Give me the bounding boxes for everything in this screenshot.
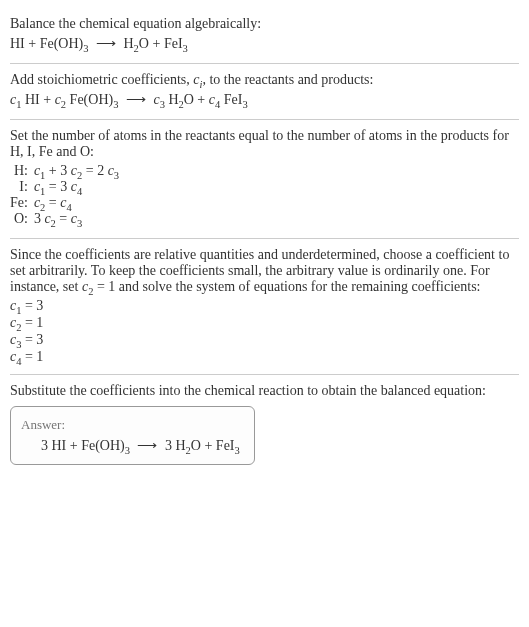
coeff-c3: c3 = 3 (10, 332, 519, 348)
coeff-c1: c1 = 3 (10, 298, 519, 314)
atom-balance-text: Set the number of atoms in the reactants… (10, 128, 519, 160)
answer-title: Answer: (21, 417, 240, 433)
arrow-icon: ⟶ (137, 438, 157, 453)
section-prompt: Balance the chemical equation algebraica… (10, 8, 519, 64)
substitute-text: Substitute the coefficients into the che… (10, 383, 519, 399)
section-atom-balance: Set the number of atoms in the reactants… (10, 120, 519, 239)
coeff-equation: c1 HI + c2 Fe(OH)3 ⟶ c3 H2O + c4 FeI3 (10, 91, 519, 108)
coeff-c2: c2 = 1 (10, 315, 519, 331)
arrow-icon: ⟶ (126, 92, 146, 107)
coefficient-results: c1 = 3 c2 = 1 c3 = 3 c4 = 1 (10, 298, 519, 365)
section-stoich: Add stoichiometric coefficients, ci, to … (10, 64, 519, 120)
eq-row-fe: Fe: c2 = c4 (10, 195, 119, 211)
product-2-sub: 3 (183, 43, 188, 54)
answer-box: Answer: 3 HI + Fe(OH)3 ⟶ 3 H2O + FeI3 (10, 406, 255, 465)
coeff-c4: c4 = 1 (10, 349, 519, 365)
section-solve: Since the coefficients are relative quan… (10, 239, 519, 375)
section-answer: Substitute the coefficients into the che… (10, 375, 519, 473)
product-2-pre: FeI (164, 36, 183, 51)
reactant-1: HI (10, 36, 25, 51)
product-1-pre: H (123, 36, 133, 51)
balanced-equation: 3 HI + Fe(OH)3 ⟶ 3 H2O + FeI3 (21, 437, 240, 454)
eq-row-o: O: 3 c2 = c3 (10, 211, 119, 227)
product-1-post: O (139, 36, 149, 51)
reactant-2-sub: 3 (83, 43, 88, 54)
eq-row-h: H: c1 + 3 c2 = 2 c3 (10, 163, 119, 179)
arrow-icon: ⟶ (96, 36, 116, 51)
solve-text: Since the coefficients are relative quan… (10, 247, 519, 295)
prompt-text: Balance the chemical equation algebraica… (10, 16, 519, 32)
atom-equations: H: c1 + 3 c2 = 2 c3 I: c1 = 3 c4 Fe: c2 … (10, 163, 119, 227)
stoich-text: Add stoichiometric coefficients, ci, to … (10, 72, 519, 88)
eq-row-i: I: c1 = 3 c4 (10, 179, 119, 195)
unbalanced-equation: HI + Fe(OH)3 ⟶ H2O + FeI3 (10, 35, 519, 52)
reactant-2-pre: Fe(OH) (40, 36, 84, 51)
